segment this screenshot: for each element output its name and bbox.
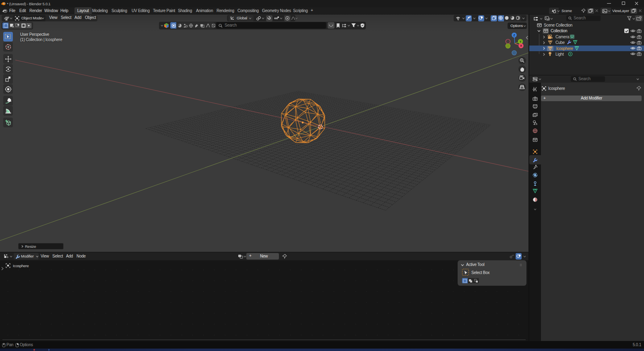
- svg-text:Y: Y: [520, 40, 522, 44]
- svg-text:X: X: [520, 44, 522, 48]
- svg-text:Z: Z: [513, 33, 515, 37]
